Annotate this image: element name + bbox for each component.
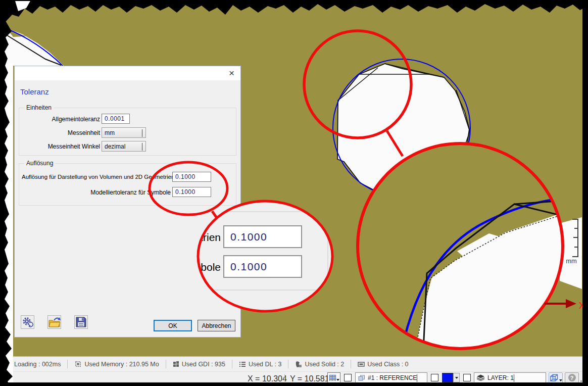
- settings-button[interactable]: [21, 315, 34, 329]
- allgemeintoleranz-label: Allgemeintoleranz: [15, 116, 100, 123]
- status-used-solid: Used Solid : 2: [295, 361, 344, 368]
- reference-combo-value: #1 : REFERENCE: [368, 374, 417, 381]
- messeinheit-value: mm: [105, 129, 115, 136]
- layers-icon: [476, 374, 485, 381]
- chevron-down-icon: [514, 374, 514, 381]
- loading-label: Loading : 002ms: [14, 361, 61, 368]
- dropdown-arrow-icon: [559, 379, 562, 381]
- messeinheit-winkel-combo[interactable]: dezimal: [102, 141, 146, 152]
- help-icon: ?: [568, 374, 576, 381]
- status-used-class: Used Class : 0: [358, 361, 408, 368]
- close-icon[interactable]: ×: [229, 68, 234, 79]
- chevron-down-icon: [417, 374, 417, 381]
- reference-combo[interactable]: #1 : REFERENCE: [355, 372, 427, 383]
- darstellung-label: Auflösung für Darstellung von Volumen un…: [22, 174, 171, 180]
- open-folder-icon: [48, 316, 61, 328]
- display-list-icon: [239, 361, 246, 367]
- ok-button-label: OK: [168, 322, 177, 329]
- messeinheit-winkel-label: Messeinheit Winkel: [15, 143, 100, 150]
- messeinheit-label: Messeinheit: [15, 129, 100, 136]
- darstellung-input[interactable]: [172, 172, 211, 182]
- allgemeintoleranz-input[interactable]: [102, 114, 130, 124]
- cancel-button[interactable]: Abbrechen: [198, 320, 235, 331]
- color-swatch-blue[interactable]: [442, 373, 453, 382]
- ok-button[interactable]: OK: [154, 320, 192, 331]
- status-used-dl: Used DL : 3: [239, 361, 282, 368]
- reference-cube-icon: [358, 374, 366, 381]
- reference-checkbox[interactable]: [344, 374, 352, 381]
- solid-icon: [295, 361, 302, 368]
- save-floppy-icon: [75, 316, 87, 328]
- wireframe-cube-icon: [550, 374, 559, 382]
- memory-chip-icon: [74, 360, 82, 368]
- open-button[interactable]: [47, 315, 61, 329]
- color-dropdown-button[interactable]: [453, 373, 460, 382]
- status-bar: Loading : 002ms Used Memory : 210.95 Mo …: [0, 356, 588, 371]
- group-aufloesung: Auflösung: [19, 163, 236, 206]
- resize-grip[interactable]: [579, 378, 585, 384]
- messeinheit-winkel-value: dezimal: [105, 143, 125, 150]
- modelliertoleranz-label: Modelliertoleranz für Symbole: [22, 189, 171, 196]
- used-dl-label: Used DL : 3: [249, 361, 282, 368]
- layer-combo-value: LAYER: 1: [487, 374, 514, 381]
- layer-checkbox[interactable]: [463, 374, 471, 381]
- color-checkbox[interactable]: [431, 374, 438, 381]
- used-memory-label: Used Memory : 210.95 Mo: [84, 361, 159, 368]
- used-class-label: Used Class : 0: [367, 361, 408, 368]
- modelliertoleranz-input[interactable]: [172, 187, 211, 197]
- dropdown-arrow-icon: [455, 377, 458, 379]
- application-window: × Toleranz Einheiten Allgemeintoleranz M…: [0, 0, 588, 386]
- settings-gear-icon: [21, 316, 34, 328]
- messeinheit-combo[interactable]: mm: [102, 127, 146, 138]
- group-einheiten-label: Einheiten: [24, 104, 54, 111]
- status-used-memory: Used Memory : 210.95 Mo: [74, 360, 159, 368]
- chevron-down-icon: [142, 143, 142, 150]
- class-icon: [358, 361, 365, 367]
- coordinate-x: X = 10.304: [248, 374, 287, 383]
- chevron-down-icon: [142, 129, 142, 136]
- white-pocket-right: [560, 217, 582, 289]
- save-button[interactable]: [74, 315, 88, 329]
- cancel-button-label: Abbrechen: [202, 322, 231, 329]
- used-solid-label: Used Solid : 2: [305, 361, 344, 368]
- group-aufloesung-label: Auflösung: [24, 160, 55, 167]
- dropdown-arrow-icon: [336, 379, 339, 381]
- status-used-gdi: Used GDI : 935: [173, 361, 225, 368]
- dialog-title: Toleranz: [20, 87, 49, 96]
- windows-gdi-icon: [173, 361, 179, 367]
- layer-combo[interactable]: LAYER: 1: [474, 372, 546, 383]
- view-cube-button[interactable]: [549, 372, 563, 383]
- tolerance-dialog: × Toleranz Einheiten Allgemeintoleranz M…: [14, 66, 241, 337]
- dialog-titlebar[interactable]: ×: [15, 66, 240, 80]
- used-gdi-label: Used GDI : 935: [182, 361, 225, 368]
- status-loading: Loading : 002ms: [14, 361, 61, 368]
- grid-icon: [329, 375, 336, 381]
- coordinate-y: Y = 10.581: [290, 374, 329, 383]
- grid-toggle-button[interactable]: [327, 372, 340, 383]
- help-button[interactable]: ?: [565, 372, 579, 383]
